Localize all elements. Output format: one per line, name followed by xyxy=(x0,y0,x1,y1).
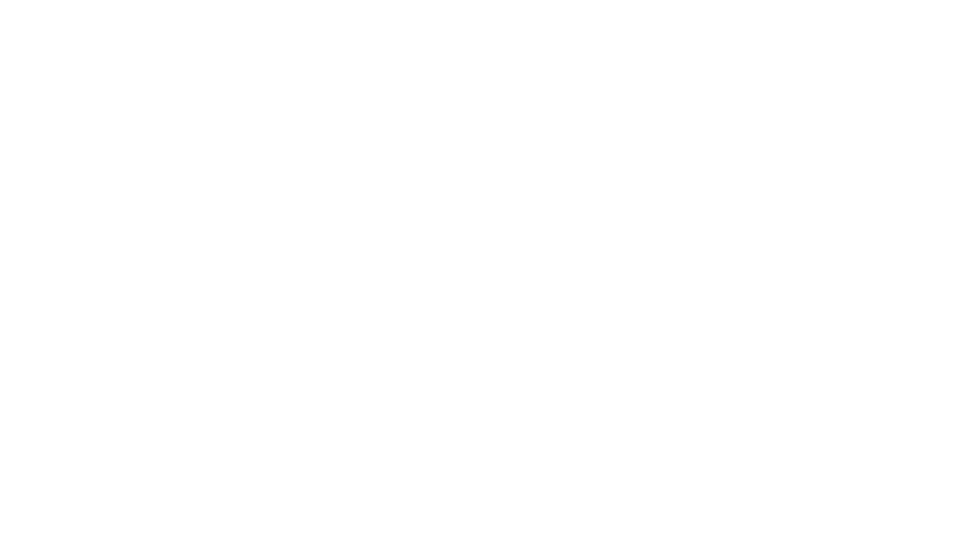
colorbar-bot xyxy=(0,0,191,96)
figure xyxy=(0,0,980,543)
